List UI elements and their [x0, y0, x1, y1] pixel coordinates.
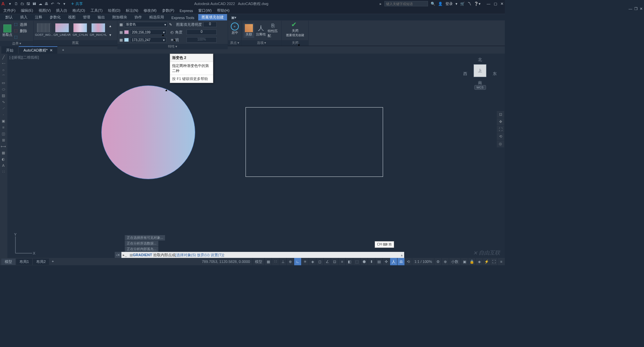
save-icon[interactable]: 🖫: [25, 1, 31, 6]
saveas-icon[interactable]: 🖬: [32, 1, 37, 6]
maximize-icon[interactable]: ▢: [494, 2, 497, 6]
2dsnap-icon[interactable]: ⊡: [331, 258, 338, 265]
units-display[interactable]: 小数: [449, 258, 461, 265]
spline-tool-icon[interactable]: ∿: [0, 99, 7, 105]
tab-express-tools[interactable]: Express Tools: [168, 15, 198, 20]
customize-icon[interactable]: ≡: [497, 258, 505, 265]
cmdline-close-icon[interactable]: ‹✕: [115, 252, 121, 258]
transparency-icon[interactable]: ◧: [345, 258, 353, 265]
xline-tool-icon[interactable]: ⟋: [0, 105, 7, 111]
login-label[interactable]: 登录: [445, 1, 453, 6]
annomon-icon[interactable]: ⊕: [441, 258, 449, 265]
viewport-label[interactable]: [-][俯视][二维线框]: [9, 55, 39, 60]
block-tool-icon[interactable]: ▣: [0, 118, 7, 124]
polyline-tool-icon[interactable]: ⬳: [0, 61, 7, 67]
filetab-close-icon[interactable]: ✕: [50, 48, 53, 53]
hatch-type-select[interactable]: 渐变色▾: [124, 22, 168, 27]
cmdline-expand-icon[interactable]: ▴: [401, 253, 403, 257]
quickprops-icon[interactable]: ▣: [461, 258, 468, 265]
gradient-circle-object[interactable]: [101, 85, 195, 179]
eyedropper-icon[interactable]: ✎: [169, 22, 172, 27]
undo-icon[interactable]: ↶: [50, 1, 55, 6]
scale-display[interactable]: 1:1 / 100%: [412, 258, 434, 265]
3dosnap-icon[interactable]: ⬢: [360, 258, 368, 265]
pick-points-button[interactable]: 拾取点: [2, 23, 13, 38]
cleanscreen-icon[interactable]: ⛶: [490, 258, 497, 265]
menu-file[interactable]: 文件(F): [3, 8, 15, 13]
user-icon[interactable]: 👤: [438, 2, 443, 6]
login-dropdown-icon[interactable]: ▾: [455, 2, 458, 6]
dyninput-icon[interactable]: ⊕: [286, 258, 294, 265]
layout-tab-1[interactable]: 布局1: [16, 259, 32, 265]
share-button[interactable]: ✈ 共享: [71, 1, 83, 6]
redo-icon[interactable]: ↷: [56, 1, 61, 6]
pattern-scroll-down-icon[interactable]: ▾: [109, 33, 111, 37]
select-objects-button[interactable]: ⬚选择: [14, 21, 27, 27]
menu-insert[interactable]: 插入(I): [56, 8, 67, 13]
arc-tool-icon[interactable]: ⌒: [0, 73, 7, 79]
new-icon[interactable]: ▾: [7, 1, 13, 6]
annovis-icon[interactable]: ⚖: [397, 258, 405, 265]
annoauto-icon[interactable]: ⟲: [405, 258, 412, 265]
layout-tab-model[interactable]: 模型: [1, 259, 15, 265]
color2-select[interactable]: 173,221,247▾: [130, 37, 166, 43]
tab-default[interactable]: 默认: [2, 14, 16, 20]
search-input[interactable]: [384, 1, 428, 6]
menu-window[interactable]: 窗口(W): [198, 8, 212, 13]
polar-icon[interactable]: ✳: [301, 258, 309, 265]
infer-icon[interactable]: ⊥: [279, 258, 286, 265]
otrack-icon[interactable]: ∠: [323, 258, 331, 265]
panel-options-title[interactable]: 选项 ▾: [241, 40, 281, 46]
match-props-button[interactable]: ⎘特性匹配: [268, 23, 278, 38]
tab-view[interactable]: 视图: [65, 14, 79, 20]
layout-tab-2[interactable]: 布局2: [33, 259, 49, 265]
color1-select[interactable]: 209,156,199▾: [130, 29, 166, 35]
table-tool-icon[interactable]: ⊞: [0, 137, 7, 143]
panel-boundary-title[interactable]: 边界 ▾: [0, 41, 33, 46]
pattern-scroll-up-icon[interactable]: ▴: [109, 24, 111, 28]
tab-insert[interactable]: 插入: [17, 14, 31, 20]
drawing-canvas[interactable]: [-][俯视][二维线框] 渐变色 2 指定两种渐变色中的第二种 按 F1 键获…: [7, 54, 505, 258]
app-store-icon[interactable]: 〽: [468, 2, 471, 6]
tab-expander-icon[interactable]: ▣▾: [228, 15, 240, 20]
search-icon[interactable]: 🔍: [431, 2, 435, 6]
pan-icon[interactable]: ✥: [497, 118, 504, 125]
viewcube-top-face[interactable]: 上: [474, 64, 486, 77]
brightness-value[interactable]: 100%: [186, 37, 217, 43]
selfilter-icon[interactable]: ▤: [375, 258, 382, 265]
menu-draw[interactable]: 绘图(D): [108, 8, 120, 13]
menu-edit[interactable]: 编辑(E): [21, 8, 33, 13]
grid-icon[interactable]: ▦: [264, 258, 272, 265]
layer-tool-icon[interactable]: ≡: [0, 124, 7, 130]
info-icon[interactable]: ▸: [380, 2, 382, 6]
text-tool-icon[interactable]: A: [0, 162, 7, 168]
snap-icon[interactable]: ∷: [272, 258, 279, 265]
layout-add-button[interactable]: +: [50, 259, 56, 265]
zoom-extents-icon[interactable]: ⛶: [497, 125, 504, 133]
filetab-start[interactable]: 开始: [1, 46, 18, 54]
tab-hatch-creation[interactable]: 图案填充创建: [198, 14, 227, 20]
workspace-icon[interactable]: ⚙: [434, 258, 441, 265]
swatch-gr-linear[interactable]: GR_LINEAR: [54, 23, 70, 38]
swatch-gost[interactable]: GOST_WO...: [36, 23, 52, 38]
isodraft-icon[interactable]: ◈: [309, 258, 316, 265]
ortho-icon[interactable]: ∟: [294, 258, 301, 265]
cloud-icon[interactable]: ☁: [38, 1, 43, 6]
hatch-tool-icon[interactable]: ▨: [0, 92, 7, 98]
close-icon[interactable]: ✕: [500, 2, 503, 6]
remove-button[interactable]: ⬚删除: [14, 28, 27, 34]
more-tool-icon[interactable]: ∷: [0, 169, 7, 175]
filetab-document[interactable]: AutoCAD教程*✕: [19, 46, 57, 54]
ime-badge[interactable]: CH ⌨ 简: [375, 241, 394, 248]
annotative-button[interactable]: 人注释性: [256, 23, 266, 38]
menu-parametric[interactable]: 参数(P): [162, 8, 174, 13]
tab-annotate[interactable]: 注释: [32, 14, 46, 20]
lockui-icon[interactable]: 🔒: [468, 258, 475, 265]
dynucs-icon[interactable]: ⬍: [368, 258, 375, 265]
close-hatch-button[interactable]: ✔关闭图案填充创建: [285, 21, 305, 36]
wcs-badge[interactable]: WCS: [474, 85, 486, 90]
filetab-add-button[interactable]: +: [60, 48, 66, 52]
steering-wheel-icon[interactable]: ◎: [497, 140, 504, 147]
tab-parametric[interactable]: 参数化: [46, 14, 64, 20]
menu-help[interactable]: 帮助(H): [217, 8, 229, 13]
